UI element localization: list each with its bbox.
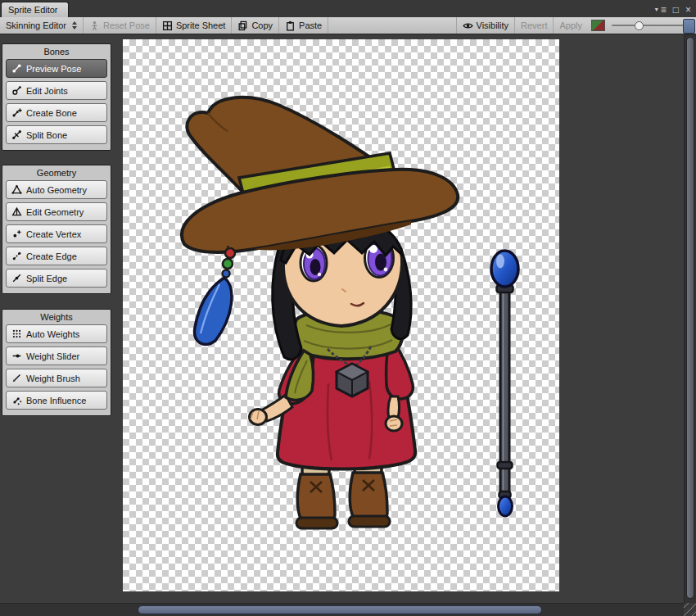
edit-geometry-icon <box>11 206 22 217</box>
sprite-artwork <box>123 39 559 591</box>
horizontal-scrollbar[interactable] <box>0 603 684 616</box>
tool-create-edge[interactable]: Create Edge <box>6 247 107 265</box>
create-vertex-icon <box>11 229 22 239</box>
tool-label: Preview Pose <box>26 64 81 74</box>
paste-icon <box>285 20 296 31</box>
visibility-eye-icon <box>463 20 473 31</box>
tool-split-edge[interactable]: Split Edge <box>6 269 107 288</box>
bones-panel: Bones Preview Pose Edit Joints Create Bo… <box>2 43 111 151</box>
apply-button[interactable]: Apply <box>553 17 588 34</box>
tool-create-vertex[interactable]: Create Vertex <box>6 224 107 243</box>
reset-pose-icon <box>89 20 100 31</box>
create-edge-icon <box>11 251 22 261</box>
visibility-button[interactable]: Visibility <box>456 17 515 34</box>
tool-label: Split Bone <box>26 130 67 140</box>
zoom-slider-knob[interactable] <box>635 21 644 30</box>
sprite-sheet-icon <box>162 20 173 31</box>
geometry-panel-title: Geometry <box>2 165 111 180</box>
tool-label: Edit Joints <box>26 86 68 96</box>
tool-create-bone[interactable]: Create Bone <box>6 103 107 122</box>
tool-label: Auto Weights <box>26 329 79 339</box>
staff-sprite <box>491 251 518 516</box>
copy-icon <box>237 20 248 31</box>
edit-joints-icon <box>11 85 22 96</box>
titlebar: Sprite Editor ▾ ≡ □ × <box>0 0 696 17</box>
apply-label: Apply <box>559 20 582 30</box>
dropdown-updown-icon <box>72 21 77 29</box>
copy-button[interactable]: Copy <box>232 17 279 34</box>
zoom-slider-track[interactable] <box>612 25 689 26</box>
preview-pose-icon <box>11 63 22 74</box>
editor-viewport: Bones Preview Pose Edit Joints Create Bo… <box>0 34 684 603</box>
visibility-label: Visibility <box>477 20 509 30</box>
mode-dropdown[interactable]: Skinning Editor <box>0 17 84 34</box>
split-bone-icon <box>11 129 22 140</box>
reset-pose-label: Reset Pose <box>103 20 150 30</box>
resize-grip[interactable] <box>684 603 696 616</box>
tool-label: Split Edge <box>26 274 67 283</box>
window-controls: ▾ ≡ □ × <box>655 5 696 17</box>
reset-pose-button[interactable]: Reset Pose <box>84 17 156 34</box>
tool-label: Create Bone <box>26 108 77 118</box>
copy-label: Copy <box>251 20 273 30</box>
tool-label: Create Vertex <box>26 229 81 239</box>
hat-feather-ornament <box>195 246 235 344</box>
auto-geometry-icon <box>11 184 22 195</box>
tool-label: Auto Geometry <box>26 185 87 195</box>
tool-weight-brush[interactable]: Weight Brush <box>6 369 107 387</box>
tool-preview-pose[interactable]: Preview Pose <box>6 59 107 78</box>
create-bone-icon <box>11 107 22 118</box>
toolbar-corner-button[interactable] <box>683 19 695 34</box>
horizontal-scrollbar-thumb[interactable] <box>138 605 542 614</box>
tool-label: Weight Brush <box>26 374 80 383</box>
bone-influence-icon <box>11 395 22 405</box>
maximize-icon[interactable]: □ <box>673 5 679 15</box>
pane-menu-icon[interactable]: ≡ <box>661 5 667 15</box>
geometry-panel: Geometry Auto Geometry Edit Geometry Cre… <box>2 165 111 294</box>
vertical-scrollbar[interactable] <box>684 34 696 603</box>
weight-slider-icon <box>11 351 22 361</box>
window-tab[interactable]: Sprite Editor <box>1 2 69 17</box>
paste-label: Paste <box>299 20 322 30</box>
tool-label: Edit Geometry <box>26 207 84 217</box>
bones-panel-title: Bones <box>2 44 111 59</box>
tool-edit-geometry[interactable]: Edit Geometry <box>6 202 107 221</box>
sprite-canvas[interactable] <box>123 39 559 591</box>
sprite-sheet-button[interactable]: Sprite Sheet <box>156 17 233 34</box>
zoom-slider[interactable] <box>612 20 689 31</box>
split-edge-icon <box>11 273 22 283</box>
pane-menu-arrow-icon[interactable]: ▾ <box>655 7 658 13</box>
weights-panel-title: Weights <box>2 310 111 324</box>
tool-split-bone[interactable]: Split Bone <box>6 125 107 144</box>
auto-weights-icon <box>11 328 22 339</box>
tool-label: Create Edge <box>26 251 77 261</box>
color-channel-swatch[interactable] <box>591 20 605 31</box>
toolbar-spacer <box>328 17 455 34</box>
weight-brush-icon <box>11 373 22 383</box>
toolbar: Skinning Editor Reset Pose Sprite Sheet … <box>0 17 696 34</box>
vertical-scrollbar-thumb[interactable] <box>686 37 694 599</box>
paste-button[interactable]: Paste <box>279 17 328 34</box>
mode-dropdown-label: Skinning Editor <box>6 20 66 30</box>
revert-button[interactable]: Revert <box>514 17 553 34</box>
revert-label: Revert <box>521 20 547 30</box>
tool-label: Weight Slider <box>26 351 79 361</box>
weights-panel: Weights Auto Weights Weight Slider Weigh… <box>2 309 111 416</box>
witch-character-sprite <box>182 97 458 528</box>
tool-edit-joints[interactable]: Edit Joints <box>6 81 107 100</box>
sprite-editor-window: Sprite Editor ▾ ≡ □ × Skinning Editor Re… <box>0 0 696 616</box>
tool-weight-slider[interactable]: Weight Slider <box>6 346 107 365</box>
sprite-sheet-label: Sprite Sheet <box>176 20 226 30</box>
tool-auto-geometry[interactable]: Auto Geometry <box>6 180 107 199</box>
tool-bone-influence[interactable]: Bone Influence <box>6 391 107 410</box>
tool-auto-weights[interactable]: Auto Weights <box>6 324 107 343</box>
tool-label: Bone Influence <box>26 396 86 405</box>
close-icon[interactable]: × <box>685 5 691 15</box>
